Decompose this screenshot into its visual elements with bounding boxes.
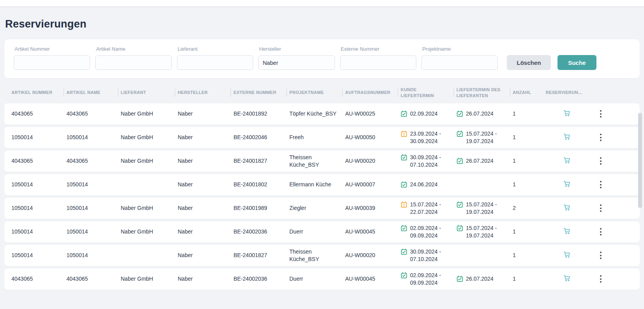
filter-field-projektname: Projektname — [421, 46, 498, 70]
externe-nummer-input[interactable] — [340, 55, 416, 70]
cell-externe-nummer: BE-24002036 — [234, 228, 289, 235]
cell-projektname: Töpfer Küche_BSY — [289, 110, 345, 117]
calendar-check-icon — [456, 110, 463, 117]
cell-auftragsnummer: AU-W00045 — [345, 275, 401, 282]
reserve-cart-button[interactable] — [546, 251, 588, 260]
cell-hersteller: Naber — [178, 228, 234, 235]
cart-icon — [563, 251, 571, 260]
calendar-check-icon — [401, 154, 407, 161]
reserve-cart-button[interactable] — [546, 274, 588, 283]
reserve-cart-button[interactable] — [546, 133, 588, 142]
row-menu-button[interactable] — [588, 181, 612, 188]
cell-anzahl: 1 — [513, 134, 546, 141]
cart-icon — [563, 156, 571, 166]
reserve-cart-button[interactable] — [546, 156, 588, 166]
calendar-check-icon — [456, 131, 463, 137]
artikel-name-input[interactable] — [95, 55, 171, 70]
table-header: ARTIKEL NUMMER ARTIKEL NAME LIEFERANT HE… — [4, 78, 640, 103]
cell-lieferant: Naber GmbH — [121, 110, 178, 117]
date-text: 26.07.2024 — [466, 275, 493, 282]
search-button[interactable]: Suche — [558, 55, 596, 70]
reserve-cart-button[interactable] — [546, 204, 588, 213]
calendar-check-icon — [456, 276, 463, 282]
kebab-menu-icon — [600, 204, 602, 206]
cell-kunde-liefertermin: 02.09.2024 — [401, 110, 456, 117]
kebab-menu-icon — [600, 157, 602, 159]
table-row: 4043065 4043065 Naber GmbH Naber BE-2400… — [4, 151, 640, 172]
col-reservierung: RESERVIERUN... — [546, 90, 588, 96]
clear-button[interactable]: Löschen — [507, 55, 551, 70]
table-row: 1050014 1050014 Naber GmbH Naber BE-2400… — [4, 221, 640, 243]
filter-field-hersteller: Hersteller — [258, 46, 335, 70]
table-row: 1050014 1050014 Naber BE-24001802 Ellerm… — [4, 174, 640, 195]
cell-kunde-liefertermin: 30.09.2024 - 07.10.2024 — [401, 248, 456, 263]
row-menu-button[interactable] — [588, 110, 612, 118]
row-menu-button[interactable] — [588, 275, 612, 283]
calendar-check-icon — [456, 201, 463, 208]
filter-field-artikel-nummer: Artikel Nummer — [14, 46, 90, 70]
vertical-scrollbar[interactable] — [638, 113, 642, 208]
cell-lieferant: Naber GmbH — [121, 275, 178, 282]
cell-anzahl: 1 — [513, 110, 546, 117]
table-row: 4043065 4043065 Naber GmbH Naber BE-2400… — [4, 269, 640, 290]
cart-icon — [563, 227, 571, 236]
kebab-menu-icon — [600, 252, 602, 253]
reservations-list: 4043065 4043065 Naber GmbH Naber BE-2400… — [4, 103, 640, 290]
hersteller-input[interactable] — [258, 55, 335, 70]
cell-artikel-name: 1050014 — [66, 228, 121, 235]
row-menu-button[interactable] — [588, 252, 612, 259]
calendar-check-icon — [401, 272, 407, 279]
cell-externe-nummer: BE-24002036 — [234, 275, 289, 282]
date-text: 26.07.2024 — [466, 157, 493, 164]
cell-kunde-liefertermin: 02.09.2024 - 09.09.2024 — [401, 224, 456, 239]
artikel-nummer-input[interactable] — [14, 55, 90, 70]
cell-externe-nummer: BE-24001989 — [234, 204, 289, 212]
cell-externe-nummer: BE-24001892 — [234, 110, 289, 117]
row-menu-button[interactable] — [588, 134, 612, 141]
cell-externe-nummer: BE-24001827 — [234, 252, 289, 259]
date-text: 26.07.2024 — [466, 110, 493, 117]
cell-artikel-nummer: 1050014 — [11, 134, 66, 141]
cell-projektname: Ellermann Küche — [289, 181, 345, 188]
cart-icon — [563, 180, 571, 189]
calendar-check-icon — [456, 158, 463, 164]
filter-panel: Artikel Nummer Artikel Name Lieferant He… — [4, 39, 640, 78]
reserve-cart-button[interactable] — [546, 227, 588, 236]
cell-kunde-liefertermin: 02.09.2024 - 09.09.2024 — [401, 272, 456, 286]
lieferant-input[interactable] — [177, 55, 253, 70]
date-text: 02.09.2024 - 09.09.2024 — [410, 224, 451, 239]
reserve-cart-button[interactable] — [546, 109, 588, 118]
col-anzahl: ANZAHL — [513, 90, 546, 96]
calendar-check-icon — [401, 225, 407, 232]
cell-auftragsnummer: AU-W00050 — [345, 134, 401, 141]
reserve-cart-button[interactable] — [546, 180, 588, 189]
cell-artikel-name: 1050014 — [66, 181, 121, 188]
cart-icon — [563, 109, 571, 118]
col-artikel-name: ARTIKEL NAME — [66, 90, 121, 96]
cell-hersteller: Naber — [178, 181, 234, 188]
kebab-menu-icon — [600, 181, 602, 182]
cell-artikel-nummer: 1050014 — [11, 252, 66, 259]
cell-anzahl: 1 — [513, 157, 546, 164]
cell-projektname: Ziegler — [289, 204, 345, 212]
filter-label-projektname: Projektname — [422, 46, 498, 52]
projektname-input[interactable] — [421, 55, 498, 70]
calendar-check-icon — [401, 248, 407, 255]
calendar-check-icon — [401, 181, 407, 188]
cell-externe-nummer: BE-24001802 — [234, 181, 289, 188]
row-menu-button[interactable] — [588, 228, 612, 235]
col-lieferant: LIEFERANT — [121, 90, 178, 96]
cell-auftragsnummer: AU-W00007 — [345, 181, 401, 188]
cell-liefertermin-lieferant: 26.07.2024 — [456, 110, 513, 117]
cell-artikel-nummer: 1050014 — [11, 181, 66, 188]
cell-liefertermin-lieferant: 15.07.2024 - 19.07.2024 — [456, 130, 513, 145]
cart-icon — [563, 133, 571, 142]
cell-hersteller: Naber — [178, 134, 234, 141]
kebab-menu-icon — [600, 275, 602, 277]
row-menu-button[interactable] — [588, 204, 612, 212]
top-navbar-edge — [0, 0, 644, 6]
cell-artikel-name: 4043065 — [66, 157, 121, 164]
row-menu-button[interactable] — [588, 157, 612, 165]
kebab-menu-icon — [600, 228, 602, 230]
date-text: 30.09.2024 - 07.10.2024 — [410, 154, 451, 168]
